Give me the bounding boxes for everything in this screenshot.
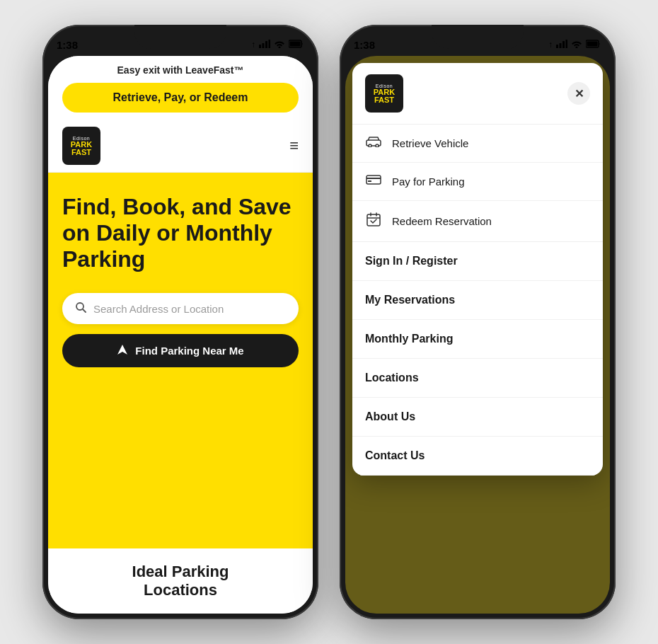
menu-header: Edison PARKFAST ✕: [352, 63, 603, 125]
status-icons-1: ↑: [251, 40, 304, 50]
bottom-section: Ideal Parking Locations: [48, 548, 313, 614]
menu-item-pay-parking[interactable]: Pay for Parking: [352, 163, 603, 201]
svg-rect-14: [587, 42, 598, 47]
svg-rect-0: [259, 45, 261, 48]
location-arrow-icon-1: ↑: [251, 40, 255, 50]
time-display-2: 1:38: [354, 39, 375, 51]
logo-1[interactable]: Edison PARKFAST: [62, 127, 100, 165]
menu-plain-section: Sign In / Register My Reservations Month…: [352, 242, 603, 476]
battery-icon-1: [289, 40, 304, 50]
svg-rect-21: [367, 214, 380, 226]
svg-rect-9: [556, 45, 558, 48]
wifi-icon-1: [274, 40, 285, 50]
redeem-reservation-label: Redeem Reservation: [392, 215, 492, 227]
retrieve-vehicle-label: Retrieve Vehicle: [392, 137, 468, 149]
time-display-1: 1:38: [57, 39, 78, 51]
car-icon: [365, 136, 382, 151]
svg-rect-20: [368, 180, 371, 182]
svg-rect-18: [366, 176, 381, 184]
logo-parkfast-text-1: PARKFAST: [71, 141, 92, 156]
bottom-title: Ideal Parking Locations: [62, 563, 299, 599]
phone-1-screen: Easy exit with LeaveFast™ Retrieve, Pay,…: [48, 56, 313, 614]
search-icon: [75, 301, 86, 316]
hamburger-menu-icon[interactable]: ≡: [289, 138, 299, 154]
search-placeholder-text: Search Address or Location: [93, 303, 224, 315]
menu-item-locations[interactable]: Locations: [352, 359, 603, 398]
nav-bar-1: Edison PARKFAST ≡: [48, 120, 313, 173]
menu-item-my-reservations[interactable]: My Reservations: [352, 281, 603, 320]
calendar-check-icon: [365, 212, 382, 230]
svg-rect-2: [265, 41, 267, 48]
svg-rect-5: [290, 42, 301, 47]
app-screen: Easy exit with LeaveFast™ Retrieve, Pay,…: [48, 56, 313, 614]
wifi-icon-2: [571, 40, 582, 50]
svg-line-7: [83, 309, 86, 312]
logo-parkfast-text-2: PARKFAST: [374, 88, 395, 104]
notch-2: [432, 25, 524, 49]
menu-item-about-us[interactable]: About Us: [352, 398, 603, 437]
svg-marker-8: [117, 345, 127, 355]
svg-rect-10: [560, 43, 562, 48]
menu-icon-section: Retrieve Vehicle Pay for Parking: [352, 125, 603, 242]
signal-icon-1: [259, 40, 270, 50]
logo-2[interactable]: Edison PARKFAST: [365, 74, 403, 113]
svg-point-17: [376, 144, 379, 147]
svg-rect-12: [566, 40, 568, 48]
banner-normal-text: Easy exit with: [117, 64, 185, 76]
phone-2: 1:38 ↑ Edison PAR: [340, 25, 616, 619]
hero-section: Find, Book, and Save on Daily or Monthly…: [48, 173, 313, 548]
menu-item-contact-us[interactable]: Contact Us: [352, 437, 603, 475]
menu-item-retrieve-vehicle[interactable]: Retrieve Vehicle: [352, 125, 603, 163]
top-banner: Easy exit with LeaveFast™ Retrieve, Pay,…: [48, 56, 313, 120]
location-arrow-icon-2: ↑: [548, 40, 553, 50]
menu-panel: Edison PARKFAST ✕ Retrieve Vehicle: [352, 63, 603, 476]
status-icons-2: ↑: [548, 40, 601, 50]
menu-item-redeem-reservation[interactable]: Redeem Reservation: [352, 201, 603, 241]
svg-point-16: [369, 144, 371, 147]
credit-card-icon: [365, 174, 382, 189]
find-button-label: Find Parking Near Me: [135, 345, 243, 357]
search-bar[interactable]: Search Address or Location: [62, 293, 299, 324]
phone-2-screen: Edison PARKFAST ✕ Retrieve Vehicle: [345, 56, 610, 614]
battery-icon-2: [586, 40, 601, 50]
menu-item-signin[interactable]: Sign In / Register: [352, 242, 603, 281]
location-arrow-icon-button: [117, 344, 128, 357]
menu-overlay: Edison PARKFAST ✕ Retrieve Vehicle: [345, 56, 610, 614]
cta-button[interactable]: Retrieve, Pay, or Redeem: [62, 83, 299, 113]
banner-text: Easy exit with LeaveFast™: [62, 64, 299, 76]
banner-bold-text: LeaveFast™: [185, 64, 243, 76]
pay-parking-label: Pay for Parking: [392, 176, 465, 188]
svg-rect-11: [562, 41, 565, 48]
hero-title: Find, Book, and Save on Daily or Monthly…: [62, 194, 299, 272]
phone-1: 1:38 ↑ Easy exit with LeaveFast™ Retriev…: [42, 25, 318, 619]
signal-icon-2: [556, 40, 567, 50]
svg-rect-3: [269, 40, 271, 48]
svg-rect-1: [262, 43, 265, 48]
find-parking-button[interactable]: Find Parking Near Me: [62, 334, 299, 367]
menu-item-monthly-parking[interactable]: Monthly Parking: [352, 320, 603, 359]
notch-1: [134, 25, 226, 49]
close-menu-button[interactable]: ✕: [567, 82, 590, 105]
